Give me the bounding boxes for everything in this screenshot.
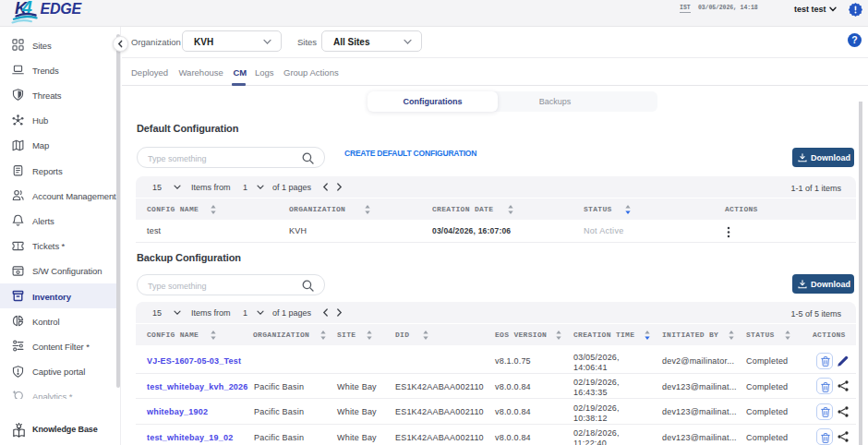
svg-text:EDGE: EDGE bbox=[41, 1, 83, 17]
